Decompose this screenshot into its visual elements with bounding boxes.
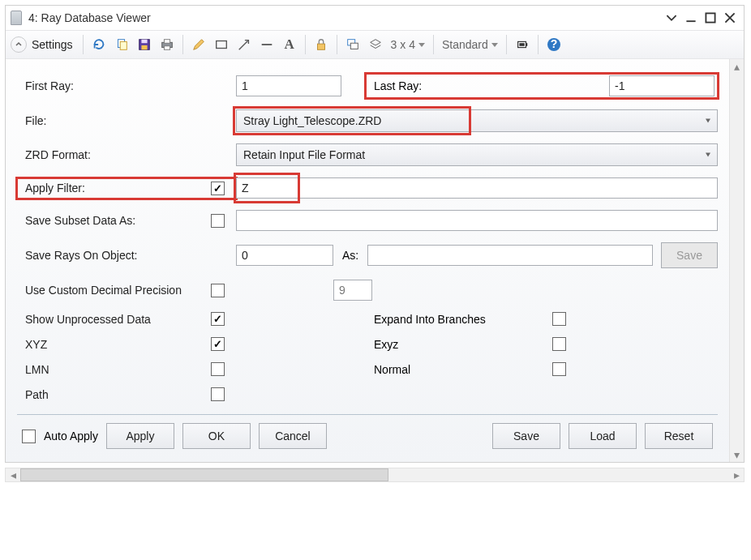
normal-checkbox[interactable] bbox=[552, 362, 566, 376]
scroll-down-icon[interactable]: ▾ bbox=[730, 447, 744, 462]
form-area: First Ray: Last Ray: File: Stray Light_T… bbox=[17, 74, 718, 415]
svg-rect-10 bbox=[317, 44, 324, 49]
save-rays-obj-label: Save Rays On Object: bbox=[17, 249, 236, 262]
content-wrap: First Ray: Last Ray: File: Stray Light_T… bbox=[6, 59, 744, 462]
normal-label: Normal bbox=[374, 363, 552, 376]
maximize-button[interactable] bbox=[703, 11, 718, 25]
exyz-checkbox[interactable] bbox=[552, 337, 566, 351]
layers-icon[interactable] bbox=[365, 34, 386, 55]
apply-filter-input[interactable] bbox=[236, 177, 718, 199]
xyz-label: XYZ bbox=[25, 338, 47, 351]
save-button[interactable]: Save bbox=[492, 423, 560, 449]
scroll-left-icon[interactable]: ◂ bbox=[6, 468, 20, 481]
save-subset-input[interactable] bbox=[236, 210, 718, 231]
save-subset-checkbox[interactable] bbox=[211, 214, 225, 228]
apply-filter-row: Apply Filter: bbox=[17, 178, 236, 199]
database-icon bbox=[11, 11, 22, 25]
save-subset-label: Save Subset Data As: bbox=[25, 214, 135, 227]
load-button[interactable]: Load bbox=[569, 423, 637, 449]
toolbar: Settings A 3 x 4 Standard ? bbox=[6, 30, 744, 59]
svg-rect-0 bbox=[706, 13, 715, 22]
zrd-format-label: ZRD Format: bbox=[17, 148, 236, 161]
expand-label: Expand Into Branches bbox=[374, 313, 552, 326]
file-label: File: bbox=[17, 114, 236, 127]
use-precision-label: Use Custom Decimal Precision bbox=[25, 284, 182, 297]
path-checkbox[interactable] bbox=[211, 387, 225, 401]
scroll-thumb[interactable] bbox=[20, 468, 388, 481]
minimize-button[interactable] bbox=[684, 11, 698, 25]
auto-apply-label: Auto Apply bbox=[44, 430, 98, 442]
grid-size-dropdown[interactable]: 3 x 4 bbox=[388, 38, 428, 51]
ok-button[interactable]: OK bbox=[182, 423, 251, 449]
use-precision-checkbox[interactable] bbox=[211, 284, 225, 297]
svg-rect-8 bbox=[164, 46, 170, 50]
save-rays-obj-input[interactable] bbox=[236, 245, 333, 266]
line-icon[interactable] bbox=[256, 34, 277, 55]
svg-rect-15 bbox=[519, 43, 524, 46]
footer: Auto Apply Apply OK Cancel Save Load Res… bbox=[17, 423, 718, 452]
path-label: Path bbox=[25, 388, 49, 401]
as-label: As: bbox=[333, 249, 367, 262]
last-ray-input[interactable] bbox=[609, 75, 715, 96]
save-rays-button[interactable]: Save bbox=[661, 242, 718, 268]
dropdown-button[interactable] bbox=[664, 11, 679, 25]
help-icon[interactable]: ? bbox=[543, 34, 564, 55]
apply-filter-label: Apply Filter: bbox=[25, 182, 85, 195]
svg-rect-2 bbox=[120, 41, 127, 49]
battery-icon[interactable] bbox=[512, 34, 533, 55]
collapse-settings-icon[interactable] bbox=[11, 36, 27, 53]
style-dropdown[interactable]: Standard bbox=[439, 38, 501, 51]
exyz-label: Exyz bbox=[374, 338, 552, 351]
cancel-button[interactable]: Cancel bbox=[259, 423, 327, 449]
save-icon[interactable] bbox=[134, 34, 155, 55]
xyz-checkbox[interactable] bbox=[211, 337, 225, 351]
lock-icon[interactable] bbox=[311, 34, 332, 55]
svg-rect-5 bbox=[141, 45, 147, 49]
as-input[interactable] bbox=[367, 245, 653, 266]
close-button[interactable] bbox=[723, 11, 737, 25]
window-frame: 4: Ray Database Viewer Settings A 3 x 4 … bbox=[5, 5, 745, 463]
print-icon[interactable] bbox=[157, 34, 178, 55]
horizontal-scrollbar[interactable]: ◂ ▸ bbox=[5, 468, 745, 482]
scroll-up-icon[interactable]: ▴ bbox=[730, 59, 744, 74]
reset-button[interactable]: Reset bbox=[645, 423, 713, 449]
title-bar: 4: Ray Database Viewer bbox=[6, 6, 744, 30]
window-title: 4: Ray Database Viewer bbox=[28, 11, 659, 24]
svg-rect-7 bbox=[164, 40, 170, 44]
svg-rect-12 bbox=[350, 43, 358, 49]
show-unproc-checkbox[interactable] bbox=[211, 312, 225, 326]
zrd-format-value: Retain Input File Format bbox=[243, 148, 365, 161]
grid-size-label: 3 x 4 bbox=[391, 38, 415, 51]
copy-icon[interactable] bbox=[111, 34, 132, 55]
refresh-icon[interactable] bbox=[88, 34, 109, 55]
lmn-checkbox[interactable] bbox=[211, 362, 225, 376]
apply-button[interactable]: Apply bbox=[106, 423, 174, 449]
windows-icon[interactable] bbox=[342, 34, 363, 55]
settings-panel: First Ray: Last Ray: File: Stray Light_T… bbox=[6, 59, 729, 462]
style-label: Standard bbox=[442, 38, 488, 51]
scroll-track[interactable] bbox=[20, 468, 729, 481]
svg-text:?: ? bbox=[551, 37, 558, 50]
first-ray-label: First Ray: bbox=[17, 79, 236, 92]
scroll-right-icon[interactable]: ▸ bbox=[729, 468, 744, 481]
show-unproc-label: Show Unprocessed Data bbox=[25, 313, 151, 326]
arrow-icon[interactable] bbox=[234, 34, 255, 55]
rectangle-icon[interactable] bbox=[211, 34, 232, 55]
vertical-scrollbar[interactable]: ▴ ▾ bbox=[729, 59, 744, 462]
file-value: Stray Light_Telescope.ZRD bbox=[243, 114, 381, 127]
first-ray-input[interactable] bbox=[236, 75, 341, 96]
auto-apply-checkbox[interactable] bbox=[22, 430, 36, 443]
svg-rect-4 bbox=[141, 40, 147, 44]
apply-filter-checkbox[interactable] bbox=[211, 182, 225, 195]
file-select[interactable]: Stray Light_Telescope.ZRD bbox=[236, 109, 718, 132]
pencil-icon[interactable] bbox=[188, 34, 209, 55]
text-icon[interactable]: A bbox=[279, 34, 300, 55]
zrd-format-select[interactable]: Retain Input File Format bbox=[236, 143, 718, 166]
lmn-label: LMN bbox=[25, 363, 49, 376]
last-ray-label: Last Ray: bbox=[369, 79, 531, 92]
settings-label: Settings bbox=[32, 38, 73, 51]
precision-input[interactable] bbox=[333, 280, 372, 301]
svg-rect-9 bbox=[216, 41, 226, 49]
svg-rect-14 bbox=[526, 43, 527, 46]
expand-checkbox[interactable] bbox=[552, 312, 566, 326]
